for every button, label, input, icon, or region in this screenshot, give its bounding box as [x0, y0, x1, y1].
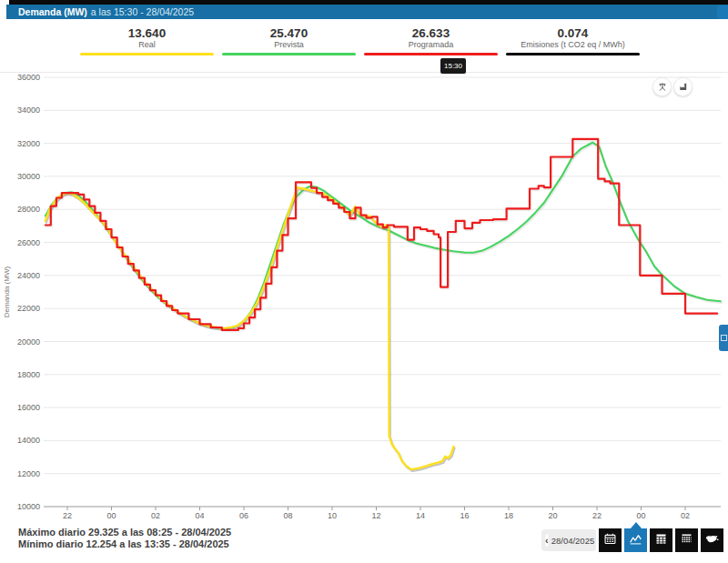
mosaic-grid-icon: [680, 532, 693, 549]
svg-text:22: 22: [592, 511, 602, 520]
calendar-icon: [603, 532, 617, 549]
daily-stats: Máximo diario 29.325 a las 08:25 - 28/04…: [18, 527, 231, 550]
time-tooltip: 15:30: [440, 58, 466, 74]
svg-text:26000: 26000: [17, 238, 40, 247]
spain-map-icon: [704, 531, 720, 550]
date-selector[interactable]: ‹ 28/04/2025: [541, 529, 596, 551]
svg-text:06: 06: [239, 511, 248, 520]
svg-text:16: 16: [460, 511, 469, 520]
daily-min-text: Mínimo diario 12.254 a las 13:35 - 28/04…: [18, 538, 231, 550]
svg-text:02: 02: [151, 511, 160, 520]
svg-text:22000: 22000: [17, 304, 40, 313]
calendar-button[interactable]: [599, 528, 622, 552]
side-panel-tab[interactable]: [719, 325, 728, 351]
svg-text:08: 08: [283, 511, 292, 520]
line-chart-view-button[interactable]: [624, 528, 647, 552]
svg-text:18000: 18000: [17, 370, 40, 379]
svg-text:20000: 20000: [17, 337, 40, 347]
svg-text:04: 04: [195, 511, 204, 520]
demand-chart[interactable]: 1000012000140001600018000200002200024000…: [0, 0, 728, 563]
svg-text:16000: 16000: [17, 403, 40, 412]
daily-max-text: Máximo diario 29.325 a las 08:25 - 28/04…: [18, 527, 231, 538]
svg-text:18: 18: [504, 511, 513, 520]
svg-text:28000: 28000: [17, 205, 40, 214]
svg-text:34000: 34000: [17, 106, 40, 115]
svg-text:14: 14: [416, 511, 425, 520]
previous-day-button[interactable]: ‹: [545, 534, 549, 547]
table-view-button[interactable]: [650, 528, 672, 552]
svg-text:36000: 36000: [17, 73, 40, 82]
map-view-button[interactable]: [701, 528, 723, 552]
mosaic-view-button[interactable]: [675, 528, 698, 552]
svg-text:02: 02: [681, 511, 690, 520]
svg-text:22: 22: [63, 511, 72, 520]
svg-text:00: 00: [636, 511, 645, 520]
svg-text:00: 00: [106, 511, 116, 520]
svg-text:12: 12: [371, 511, 380, 520]
selected-date: 28/04/2025: [551, 536, 595, 546]
svg-text:10000: 10000: [17, 502, 40, 511]
svg-text:12000: 12000: [17, 469, 40, 478]
chevron-left-icon: ‹: [545, 536, 549, 546]
svg-text:24000: 24000: [17, 271, 40, 280]
svg-text:30000: 30000: [17, 172, 40, 181]
svg-text:20: 20: [548, 511, 557, 520]
active-tab-caret: [631, 522, 642, 528]
svg-text:10: 10: [328, 511, 337, 520]
svg-text:32000: 32000: [17, 139, 40, 148]
table-icon: [654, 532, 668, 549]
side-tab-icon: [721, 335, 727, 341]
svg-text:14000: 14000: [17, 436, 40, 445]
line-chart-icon: [629, 532, 642, 549]
svg-text:Demanda (MW): Demanda (MW): [3, 266, 11, 317]
